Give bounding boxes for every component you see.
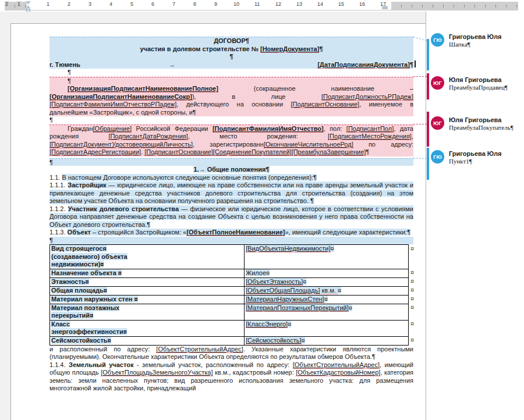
table-cell-value[interactable]: [ОбъектЭтажность]¤: [245, 277, 409, 286]
field-placeholder: [ПодписантАдресРегистрации]: [49, 148, 141, 156]
comment-text: Шапка¶: [449, 41, 501, 48]
clause-1-1-3[interactable]: 1.1.3. Объект – строящийся Застройщиком:…: [49, 229, 413, 237]
section-heading[interactable]: 1.→ Общие положения¶: [49, 166, 413, 174]
comment-range-bar: [427, 39, 429, 70]
preamble-buyer-paragraph: Граждан[Обращение] Российской Федерации …: [49, 125, 413, 156]
clause-1-1-1[interactable]: 1.1.1. Застройщик — юридическое лицо, им…: [49, 181, 413, 205]
table-cell-value[interactable]: [МатериалПоэтажныхПерекрытий]¤: [245, 304, 409, 320]
ruler-number: 7: [172, 1, 176, 8]
field-placeholder: [ПодписантДолжностьРПадеж]: [321, 93, 413, 101]
ruler-number: 15: [338, 1, 345, 8]
object-characteristics-table[interactable]: Вид строящегося (создаваемого) объекта н…: [49, 244, 416, 346]
table-cell-value[interactable]: [Сейсмостойкость]¤: [245, 336, 409, 345]
preamble-developer-block[interactable]: ¶ [ОрганизацияПодписантНаименованиеПолно…: [49, 77, 413, 117]
table-row: Материал наружных стен ¤ [МатериалНаружн…: [50, 295, 416, 304]
table-cell-value[interactable]: [ОбъектОбщаяПлощадь] кв.м. ¤: [245, 286, 409, 295]
ruler-number: 2: [5, 1, 9, 8]
comment-text: ПреамбулаПродавец¶: [449, 84, 508, 91]
empty-line: ¶: [49, 53, 413, 61]
table-cell-label[interactable]: Класс энергоэффективности¤: [50, 320, 245, 336]
ruler-number: 4: [109, 1, 113, 8]
title-block[interactable]: ДОГОВОР¶ участия в долевом строительстве…: [49, 37, 413, 69]
comment-item[interactable]: ЮГ Юля Григорьева ПреамбулаПродавец¶: [431, 76, 523, 91]
field-placeholder: [ПодписантМестоРождения]: [328, 133, 412, 140]
row-end-mark: ¤: [409, 277, 416, 286]
field-placeholder: [ПодписантДатаРождения]: [108, 133, 187, 140]
ruler-number: 16: [359, 1, 366, 8]
field-placeholder: [ВидОбъектаНедвижимости]: [246, 245, 331, 252]
field-placeholder: [ОбъектКадастровыйНомер]: [296, 369, 380, 376]
empty-paragraph-highlighted[interactable]: ¶: [49, 237, 413, 245]
field-placeholder: [МатериалПоэтажныхПерекрытий]: [246, 304, 349, 312]
table-cell-label[interactable]: Назначение объекта ¤: [50, 269, 245, 277]
table-row: Этажность¤ [ОбъектЭтажность]¤ ¤: [50, 277, 416, 286]
comments-sidebar: [426, 12, 524, 420]
comment-author: Юля Григорьева: [449, 116, 514, 124]
text-cursor: [415, 60, 416, 67]
document-page[interactable]: ДОГОВОР¶ участия в долевом строительстве…: [10, 23, 426, 420]
clause-1-1-4[interactable]: 1.1.4. Земельный участок - земельный уча…: [49, 361, 413, 393]
preamble-developer-paragraph: [ОрганизацияПодписантНаименованиеПолное]…: [49, 85, 413, 116]
row-end-mark: ¤: [409, 320, 416, 336]
author-avatar: ЮГ: [431, 116, 444, 130]
ruler-number: 8: [193, 1, 197, 8]
field-placeholder: [Сейсмостойкость]: [246, 337, 302, 344]
field-placeholder: [ОбъектСтроительныйАдрес]: [156, 346, 243, 353]
ruler-number: 10: [233, 1, 240, 8]
row-end-mark: ¤: [409, 286, 416, 295]
empty-paragraph[interactable]: ¶: [49, 116, 413, 124]
ruler-number: 1: [46, 1, 50, 8]
horizontal-ruler[interactable]: 2 1 1 2 3 4 5 6 7 8 9 10 11 12 13 14 15 …: [0, 0, 524, 12]
ruler-number: 11: [254, 1, 260, 8]
ruler-number: 9: [214, 1, 218, 8]
field-placeholder: [НомерДокумента]: [260, 45, 319, 53]
clause-1-1-2[interactable]: 1.1.2. Участник долевого строительства —…: [49, 205, 413, 229]
comment-text: ПреамбулаПокупатель¶: [449, 124, 514, 131]
table-cell-value[interactable]: [МатериалНаружныхСтен]¤: [245, 295, 409, 304]
table-cell-label[interactable]: Общая площадь¤: [50, 286, 245, 295]
table-cell-value[interactable]: Жилое¤: [245, 269, 409, 277]
ruler-number: 5: [130, 1, 134, 8]
row-end-mark: ¤: [409, 336, 416, 345]
table-cell-label[interactable]: Материал поэтажных перекрытий¤: [50, 304, 245, 320]
row-end-mark: ¤: [409, 295, 416, 304]
field-placeholder: [ОбъектПолноеНаименование]: [186, 229, 285, 236]
field-placeholder: [МатериалНаружныхСтен]: [246, 296, 324, 303]
comment-item[interactable]: ГЮ Григорьева Юля Шапка¶: [431, 33, 523, 48]
field-placeholder: [Обращение]: [93, 125, 132, 133]
preamble-buyer-block[interactable]: Граждан[Обращение] Российской Федерации …: [49, 124, 413, 156]
comment-range-bar: [427, 148, 429, 180]
table-row: Материал поэтажных перекрытий¤ [Материал…: [50, 304, 416, 320]
table-cell-label[interactable]: Сейсмостойкость¤: [50, 336, 245, 345]
table-cell-label[interactable]: Материал наружных стен ¤: [50, 295, 245, 304]
table-cell-label[interactable]: Этажность¤: [50, 277, 245, 286]
field-placeholder: [ОбъектСтроительныйАдрес]: [293, 361, 380, 369]
table-cell-value[interactable]: [КлассЭнерго]¤: [245, 320, 409, 336]
table-cell-value[interactable]: [ВидОбъектаНедвижимости]¤: [245, 245, 409, 269]
author-avatar: ЮГ: [431, 76, 444, 90]
field-placeholder: [КлассЭнерго]: [246, 321, 288, 328]
table-row: Сейсмостойкость¤ [Сейсмостойкость]¤ ¤: [50, 336, 416, 345]
clause-1-1[interactable]: 1.1. В настоящем Договоре используются с…: [49, 174, 413, 182]
table-cell-label[interactable]: Вид строящегося (создаваемого) объекта н…: [50, 245, 245, 269]
comment-item[interactable]: ГЮ Григорьева Юля Пункт1¶: [431, 150, 523, 165]
table-row: Назначение объекта ¤ Жилое¤ ¤: [50, 269, 416, 277]
field-placeholder: [ПодписантФамилияИмяОтчествоРПадеж]: [49, 101, 176, 108]
empty-paragraph[interactable]: ¶: [49, 69, 413, 77]
row-end-mark: ¤: [409, 269, 416, 277]
comment-author: Григорьева Юля: [449, 150, 501, 158]
comment-item[interactable]: ЮГ Юля Григорьева ПреамбулаПокупатель¶: [431, 116, 523, 131]
row-end-mark: ¤: [409, 304, 416, 320]
ruler-number: 2: [67, 1, 71, 8]
city-date-line: г. Тюмень → [ДатаПодписанияДокумента]¶: [49, 61, 413, 69]
field-placeholder: [ОрганизацияПодписантНаименованиеСокр]: [49, 93, 192, 101]
city-label: г. Тюмень: [49, 61, 80, 69]
field-placeholder: [ПодписантФамилияИмяОтчество]: [213, 125, 324, 133]
after-table-paragraph[interactable]: и расположенный по адресу: [ОбъектСтроит…: [49, 346, 413, 361]
empty-paragraph: ¶: [49, 77, 413, 86]
ruler-number: 14: [317, 1, 324, 8]
empty-paragraph-highlighted[interactable]: ¶: [49, 158, 413, 166]
page-sidebar-separator: [426, 12, 426, 420]
ruler-number: 6: [151, 1, 155, 8]
field-placeholder: [ОбъектЭтажность]: [246, 278, 303, 286]
